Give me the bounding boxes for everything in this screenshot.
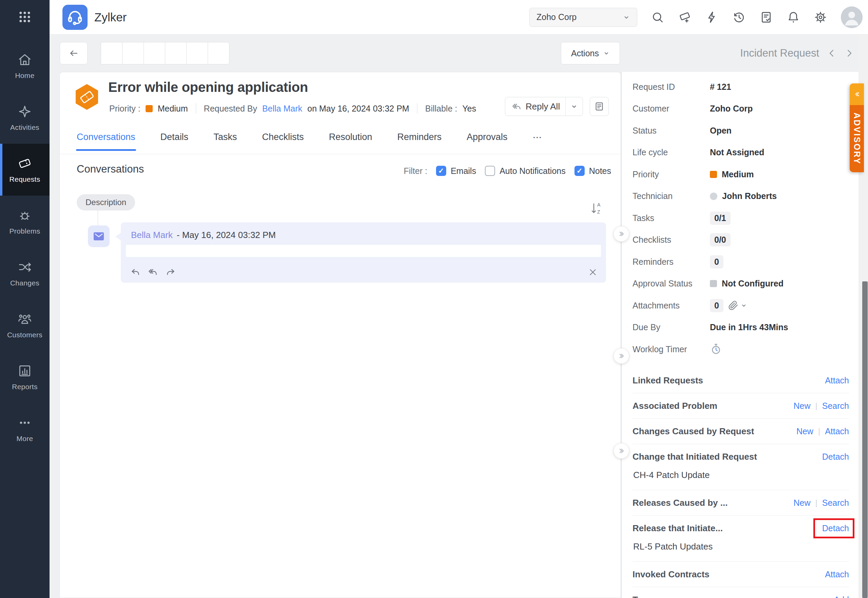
tab-approvals[interactable]: Approvals [466, 132, 507, 151]
new-link[interactable]: New [794, 498, 811, 508]
status-indicator [710, 280, 717, 287]
linked-record[interactable]: RL-5 Patch Updates [633, 541, 849, 561]
user-avatar[interactable] [841, 6, 863, 28]
sidebar-item-home[interactable]: Home [0, 40, 49, 92]
forward-icon[interactable] [166, 267, 176, 277]
toolbar-button-group [101, 42, 229, 64]
new-ticket-icon[interactable] [678, 10, 691, 24]
request-detail-card: Error while opening application Priority… [59, 72, 621, 598]
detail-field-row: Technician John Roberts [633, 185, 849, 208]
requests-icon [17, 156, 32, 171]
gear-icon[interactable] [814, 10, 827, 24]
sidebar-item-changes[interactable]: Changes [0, 247, 49, 299]
bell-icon[interactable] [787, 10, 800, 24]
next-record-button[interactable] [844, 48, 855, 58]
conversation-message-card[interactable]: Bella Mark - May 16, 2024 03:32 PM [121, 223, 606, 283]
checkbox[interactable] [574, 166, 585, 176]
message-body-preview [126, 245, 601, 257]
detach-link[interactable]: Detach [822, 452, 849, 462]
reply-all-icon [511, 102, 522, 112]
sidebar-item-reports[interactable]: Reports [0, 351, 49, 403]
close-message-icon[interactable] [588, 268, 597, 277]
tab-more[interactable]: ⋯ [532, 132, 541, 151]
section-changes-caused-by-request: Changes Caused by Request New|Attach [633, 419, 849, 444]
attach-link[interactable]: Attach [825, 426, 849, 436]
customers-icon [17, 311, 32, 326]
reply-all-button[interactable]: Reply All [505, 97, 583, 116]
home-icon [17, 52, 32, 67]
history-icon[interactable] [732, 10, 746, 24]
checkbox[interactable] [436, 166, 446, 176]
filter-notes[interactable]: Notes [574, 166, 611, 176]
tab-details[interactable]: Details [160, 132, 189, 151]
tab-checklists[interactable]: Checklists [262, 132, 304, 151]
app-grid-icon[interactable] [17, 9, 32, 24]
field-action[interactable] [710, 343, 722, 355]
search-link[interactable]: Search [822, 498, 849, 508]
sidebar-item-activities[interactable]: Activities [0, 92, 49, 144]
sidebar-item-customers[interactable]: Customers [0, 299, 49, 351]
search-link[interactable]: Search [822, 401, 849, 411]
org-selector[interactable]: Zoho Corp [529, 8, 637, 27]
linked-sections: Linked Requests Attach Associated Proble… [633, 368, 849, 598]
sidebar-item-requests[interactable]: Requests [0, 144, 49, 196]
close-button[interactable] [122, 42, 144, 64]
link-separator: | [816, 498, 817, 507]
message-author-link[interactable]: Bella Mark [131, 230, 173, 240]
link-separator: | [816, 401, 817, 411]
pickup-button[interactable] [165, 42, 187, 64]
panel-collapse-handle[interactable] [613, 443, 629, 459]
stopwatch-icon [710, 343, 722, 355]
chevron-down-icon [741, 302, 747, 309]
tab-resolution[interactable]: Resolution [329, 132, 372, 151]
reply-options-dropdown[interactable] [566, 103, 583, 110]
linked-record[interactable]: CH-4 Patch Update [633, 469, 849, 490]
new-link[interactable]: New [794, 401, 811, 411]
survey-icon[interactable] [759, 10, 773, 24]
cancel-button[interactable] [144, 42, 165, 64]
attach-link[interactable]: Attach [825, 570, 849, 579]
print-button[interactable] [208, 42, 229, 64]
scrollbar-thumb[interactable] [862, 281, 868, 598]
panel-collapse-handle[interactable] [613, 348, 629, 364]
panel-collapse-handle[interactable] [613, 226, 629, 242]
actions-button[interactable]: Actions [561, 42, 620, 64]
search-icon[interactable] [651, 10, 664, 24]
detail-field-row: Worklog Timer [633, 338, 849, 360]
add-link[interactable]: Add [834, 595, 849, 598]
detail-field-row: Due By Due in 1Hrs 43Mins [633, 317, 849, 339]
reply-icon[interactable] [130, 267, 141, 277]
edit-button[interactable] [101, 42, 123, 64]
problems-icon [17, 208, 32, 223]
sort-az-icon[interactable]: AZ [589, 201, 604, 216]
new-link[interactable]: New [796, 426, 813, 436]
billable-value: Yes [462, 104, 476, 114]
requester-link[interactable]: Bella Mark [262, 104, 302, 114]
detail-field-row: Status Open [633, 120, 849, 142]
checkbox[interactable] [485, 166, 495, 176]
previous-record-button[interactable] [827, 48, 837, 58]
assign-button[interactable] [186, 42, 208, 64]
reports-icon [17, 363, 32, 378]
add-note-button[interactable] [590, 97, 609, 116]
detach-link[interactable]: Detach [822, 523, 849, 533]
lightning-icon[interactable] [705, 10, 719, 24]
reply-all-icon[interactable] [148, 267, 158, 277]
tab-conversations[interactable]: Conversations [77, 132, 135, 151]
attach-link[interactable]: Attach [825, 375, 849, 386]
advisory-tab[interactable]: ADVISORY [850, 84, 864, 172]
sidebar-item-more[interactable]: More [0, 403, 49, 455]
sidebar-item-problems[interactable]: Problems [0, 196, 49, 247]
app-logo[interactable] [63, 5, 87, 30]
tab-reminders[interactable]: Reminders [397, 132, 442, 151]
detail-field-row: Checklists 0/0 [633, 229, 849, 251]
tab-tasks[interactable]: Tasks [213, 132, 237, 151]
advisory-collapse-button[interactable] [850, 84, 864, 105]
changes-icon [17, 260, 32, 275]
app-name: Zylker [94, 10, 127, 24]
back-button[interactable] [60, 42, 87, 64]
field-action[interactable] [728, 300, 747, 311]
filter-auto-notifications[interactable]: Auto Notifications [485, 166, 566, 176]
filter-emails[interactable]: Emails [436, 166, 476, 176]
description-chip[interactable]: Description [77, 194, 135, 211]
